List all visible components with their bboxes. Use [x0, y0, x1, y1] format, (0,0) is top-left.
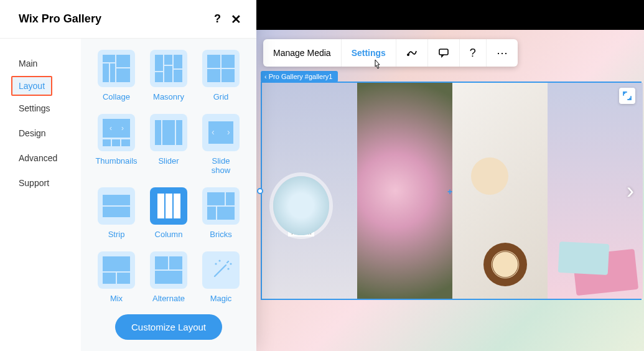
svg-line-45 [227, 261, 228, 263]
svg-point-47 [218, 260, 220, 261]
layout-thumb-column[interactable] [150, 187, 187, 225]
manage-media-button[interactable]: Manage Media [263, 39, 342, 67]
element-toolbar: Manage Media Settings ? ⋯ [263, 39, 518, 67]
svg-rect-8 [155, 72, 163, 82]
svg-rect-31 [157, 194, 164, 218]
comment-icon [438, 47, 449, 58]
svg-text:›: › [227, 127, 230, 137]
svg-rect-36 [207, 207, 216, 220]
svg-rect-35 [226, 192, 235, 205]
svg-rect-14 [222, 55, 235, 68]
add-element-handle[interactable]: + [447, 187, 452, 197]
svg-rect-9 [164, 55, 172, 65]
gallery-slide[interactable] [452, 83, 548, 299]
svg-point-49 [230, 263, 231, 264]
discount-tag: 75% off [288, 228, 314, 236]
panel-header: Wix Pro Gallery ? ✕ [0, 0, 256, 39]
svg-rect-6 [116, 68, 130, 82]
svg-rect-39 [103, 273, 116, 284]
comments-button[interactable] [428, 39, 460, 67]
layout-label: Alternate [152, 294, 185, 303]
layout-label: Strip [108, 230, 125, 239]
svg-rect-18 [103, 139, 111, 146]
layout-label: Slide show [202, 156, 240, 175]
layout-thumb-collage[interactable] [98, 50, 135, 87]
settings-button[interactable]: Settings [342, 39, 396, 67]
help-button[interactable]: ? [460, 39, 487, 67]
nav-item-main[interactable]: Main [0, 51, 81, 76]
svg-rect-3 [116, 55, 130, 67]
svg-text:‹: ‹ [212, 127, 215, 137]
nav-item-design[interactable]: Design [0, 121, 81, 146]
svg-rect-20 [121, 139, 130, 146]
svg-point-46 [215, 263, 217, 264]
svg-rect-1 [439, 49, 448, 55]
layout-thumb-bricks[interactable] [202, 187, 240, 225]
svg-rect-7 [155, 55, 163, 71]
svg-rect-43 [155, 271, 182, 284]
svg-rect-16 [222, 69, 235, 82]
svg-rect-29 [103, 195, 130, 205]
layout-picker: Collage Masonry [81, 39, 256, 351]
svg-rect-24 [162, 120, 175, 145]
svg-rect-32 [166, 194, 172, 218]
svg-rect-10 [164, 66, 172, 82]
layout-thumb-strip[interactable] [98, 187, 135, 225]
layout-label: Magic [210, 294, 232, 303]
gallery-slide[interactable]: 75% off [262, 83, 357, 299]
layout-label: Thumbnails [95, 156, 137, 166]
layout-label: Mix [110, 294, 123, 303]
selection-tag[interactable]: ‹ Pro Gallery #gallery1 [261, 71, 338, 82]
panel-title: Wix Pro Gallery [19, 12, 101, 26]
layout-thumb-slider[interactable] [150, 114, 187, 151]
svg-rect-40 [117, 273, 130, 284]
svg-rect-4 [103, 63, 109, 82]
nav-item-layout[interactable]: Layout [11, 76, 52, 96]
svg-rect-15 [207, 69, 220, 82]
animation-icon [406, 47, 418, 58]
nav-item-support[interactable]: Support [0, 171, 81, 195]
svg-rect-33 [174, 194, 180, 218]
svg-rect-17 [103, 119, 130, 138]
layout-thumb-magic[interactable] [202, 251, 240, 289]
svg-rect-42 [169, 256, 182, 269]
nav-item-advanced[interactable]: Advanced [0, 146, 81, 171]
svg-rect-2 [103, 55, 115, 62]
panel-close-icon[interactable]: ✕ [231, 12, 241, 27]
gallery-slide[interactable] [357, 83, 452, 299]
layout-label: Grid [213, 92, 229, 101]
layout-thumb-thumbnails[interactable]: ‹› [98, 114, 135, 151]
gallery-settings-panel: Wix Pro Gallery ? ✕ Main Layout Settings… [0, 0, 256, 351]
canvas-top-strip [256, 0, 644, 30]
svg-rect-13 [207, 55, 220, 68]
svg-rect-5 [110, 63, 115, 82]
settings-label: Settings [352, 48, 386, 58]
svg-rect-12 [174, 70, 182, 82]
svg-text:›: › [121, 124, 124, 133]
resize-handle-left[interactable] [257, 188, 263, 194]
layout-thumb-grid[interactable] [202, 50, 240, 87]
panel-help-icon[interactable]: ? [214, 12, 221, 26]
selection-label: Pro Gallery #gallery1 [269, 73, 333, 80]
animation-button[interactable] [396, 39, 428, 67]
svg-point-48 [227, 268, 229, 269]
nav-item-settings[interactable]: Settings [0, 96, 81, 121]
layout-thumb-masonry[interactable] [150, 50, 187, 87]
svg-text:‹: ‹ [110, 124, 112, 133]
svg-rect-19 [112, 139, 120, 146]
layout-thumb-slideshow[interactable]: ‹› [202, 114, 240, 151]
layout-thumb-alternate[interactable] [150, 251, 187, 289]
svg-rect-25 [176, 120, 182, 145]
layout-thumb-mix[interactable] [98, 251, 135, 289]
customize-layout-button[interactable]: Customize Layout [115, 314, 222, 340]
expand-gallery-button[interactable] [619, 88, 635, 104]
layout-label: Bricks [210, 230, 231, 239]
layout-label: Slider [158, 156, 179, 166]
layout-label: Masonry [153, 92, 184, 101]
svg-rect-38 [103, 256, 130, 271]
svg-rect-34 [207, 192, 225, 205]
more-button[interactable]: ⋯ [487, 39, 518, 67]
layout-label: Collage [103, 92, 130, 101]
gallery-next-arrow[interactable]: › [627, 178, 634, 204]
svg-rect-41 [155, 256, 168, 269]
